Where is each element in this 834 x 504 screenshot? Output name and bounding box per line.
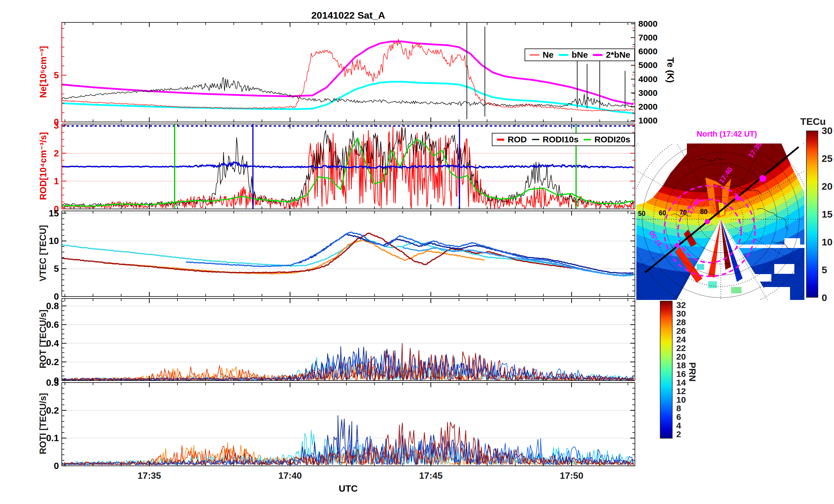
p3-ytick-label: 15 <box>48 208 59 219</box>
track-dot <box>705 219 710 224</box>
prn-tick-30: 30 <box>676 309 686 319</box>
polar-tec-map: 17:35 17:40 17:45 17:50 50 60 70 80 <box>636 143 805 300</box>
prn-tick-28: 28 <box>676 317 686 327</box>
prn-tick-4: 4 <box>676 421 681 431</box>
lat-label: 80 <box>700 208 708 215</box>
lat-label: 50 <box>638 210 645 217</box>
tecu-tick-20: 20 <box>822 181 833 192</box>
lat-label: 70 <box>679 209 687 216</box>
panel-p1: 0510002000300040005000600070008000 <box>54 19 658 127</box>
p3-ytick-label: 0 <box>54 291 59 302</box>
prn-tick-20: 20 <box>676 352 686 362</box>
tecu-tick-30: 30 <box>822 125 833 136</box>
tecu-tick-0: 0 <box>822 292 827 303</box>
legend-label-bne: bNe <box>572 50 588 60</box>
track-dot <box>759 175 766 182</box>
p3-ytick-label: 10 <box>48 236 59 246</box>
p2-ytick-label: 2 <box>54 148 59 158</box>
legend-label-rodi20s: RODI20s <box>594 135 630 144</box>
ne-line-swatch <box>530 54 539 55</box>
lat-label: 60 <box>659 209 666 217</box>
prn-tick-12: 12 <box>676 386 686 396</box>
p1-ytick-right-label: 5000 <box>638 60 658 70</box>
xlabel-utc: UTC <box>320 483 377 494</box>
legend-label-ne: Ne <box>543 50 554 60</box>
track-dot <box>735 196 740 201</box>
map-title: North (17:42 UT) <box>670 130 784 139</box>
ylabel-roti: ROTI [TECU/s] <box>38 366 48 481</box>
panel-p3: 051015 <box>48 208 635 302</box>
prn-tick-18: 18 <box>676 361 686 370</box>
prn-tick-10: 10 <box>676 395 686 405</box>
panel-p5: 00.10.20.317:3517:4017:4517:50 <box>46 377 635 481</box>
p1-ytick-right-label: 4000 <box>638 74 658 84</box>
2bne-line-swatch <box>593 54 602 56</box>
p2-ytick-label: 1 <box>54 176 59 186</box>
rod-line-swatch <box>497 139 504 141</box>
tecu-tick-15: 15 <box>822 209 833 220</box>
p1-ytick-right-label: 7000 <box>638 33 658 42</box>
bne-line-swatch <box>559 54 568 56</box>
xtick-label: 17:45 <box>419 471 443 481</box>
prn-tick-14: 14 <box>676 378 686 388</box>
prn-tick-24: 24 <box>676 335 686 344</box>
rodi20s-line-swatch <box>584 139 591 140</box>
p3-ytick-label: 5 <box>54 264 59 274</box>
p1-ytick-right-label: 8000 <box>638 19 658 28</box>
rodi10s-line-swatch <box>532 139 539 140</box>
p1-ytick-right-label: 3000 <box>638 88 658 97</box>
xtick-label: 17:50 <box>560 471 584 481</box>
prn-tick-16: 16 <box>676 369 686 379</box>
p1-ytick-right-label: 1000 <box>638 116 658 125</box>
p1-ytick-label: 5 <box>54 70 59 81</box>
legend-rod: ROD RODI10s RODI20s <box>492 133 635 146</box>
tecu-tick-5: 5 <box>822 264 827 276</box>
prn-colorbar <box>660 301 673 439</box>
p1-ytick-right-label: 6000 <box>638 46 658 56</box>
tecu-colorbar <box>806 131 818 298</box>
prn-tick-26: 26 <box>676 326 686 336</box>
prn-tick-32: 32 <box>676 300 686 310</box>
legend-label-rodi10s: RODI10s <box>543 135 578 144</box>
tecu-tick-25: 25 <box>822 153 833 164</box>
legend-label-rod: ROD <box>508 135 527 144</box>
prn-colorbar-label: PRN <box>687 362 698 382</box>
figure-canvas: 20141022 Sat_A 0510002000300040005000600… <box>0 0 834 504</box>
panel-p4: 00.20.40.60.8 <box>46 298 635 386</box>
ylabel-te: Te (K) <box>665 58 676 83</box>
legend-ne: Ne bNe 2*bNe <box>525 48 635 61</box>
prn-tick-22: 22 <box>676 343 686 353</box>
tecu-tick-10: 10 <box>822 236 833 248</box>
timeseries-plots: 0510002000300040005000600070008000012305… <box>0 0 689 504</box>
prn-tick-2: 2 <box>676 429 681 439</box>
p1-ytick-right-label: 2000 <box>638 102 658 111</box>
prn-tick-6: 6 <box>676 412 681 422</box>
p5-ytick-label: 0 <box>54 461 59 471</box>
xtick-label: 17:40 <box>278 471 302 481</box>
p2-ytick-label: 3 <box>54 120 59 131</box>
prn-tick-8: 8 <box>676 404 681 413</box>
track-dot <box>675 243 679 248</box>
xtick-label: 17:35 <box>138 471 161 481</box>
legend-label-2bne: 2*bNe <box>606 50 630 60</box>
